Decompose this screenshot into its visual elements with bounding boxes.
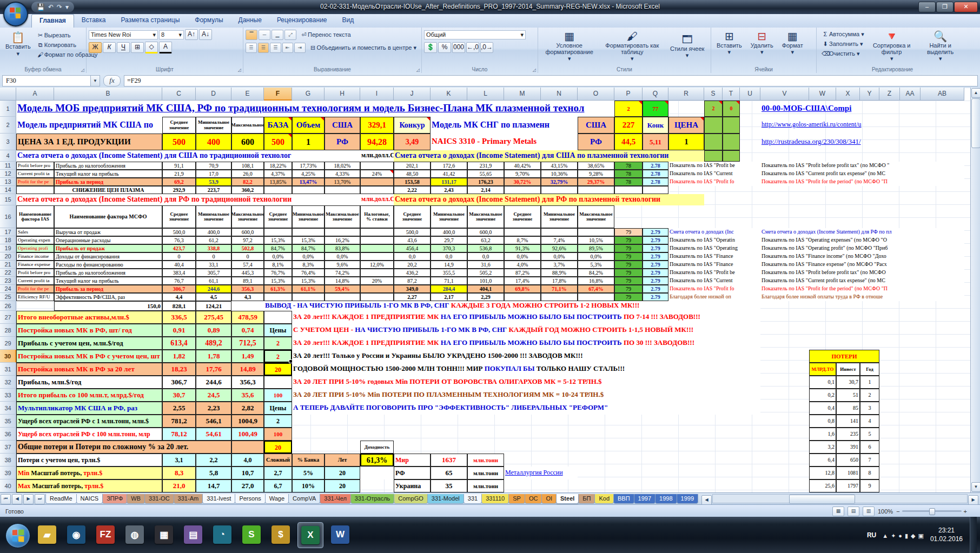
page-layout-view-button[interactable]: ▤ <box>847 507 859 516</box>
cell-F28[interactable]: Цены <box>264 324 292 337</box>
cell-I38[interactable]: 61,3% <box>360 454 394 467</box>
italic-button[interactable]: К <box>103 42 116 53</box>
cell-G16[interactable]: Минимальное значение <box>292 205 325 228</box>
cell-G11[interactable]: 17,73% <box>292 162 325 170</box>
cell-K3[interactable]: NAICS 3310 - Primary Metals <box>431 134 578 150</box>
cell-styles-button[interactable]: 🗔 Стили ячеек▾ <box>666 29 708 63</box>
cell-I16[interactable]: Налоговые, % ставки <box>360 205 394 228</box>
cell-D29[interactable]: 489,2 <box>196 337 231 350</box>
cell-A1[interactable]: Модель МОБ предприятий МК США, РФ по тра… <box>16 101 614 117</box>
cell-J3[interactable]: 3,49 <box>394 134 431 150</box>
cell-C32[interactable]: 306,7 <box>162 376 196 389</box>
align-left-icon[interactable]: ☰ <box>246 43 257 53</box>
cell-B13[interactable]: Прибыль за период <box>54 178 162 186</box>
sheet-tab-ReadMe[interactable]: ReadMe <box>45 494 77 504</box>
cell-Q18[interactable]: 2.79 <box>643 236 668 244</box>
cell-I20[interactable] <box>360 252 394 261</box>
sheet-tab-331[interactable]: 331 <box>463 494 482 504</box>
cell-G12[interactable]: 4,25% <box>292 170 325 178</box>
cell-L40[interactable]: млн.тонн <box>467 479 504 492</box>
cell-A35[interactable]: Ущерб всех отраслей РФ с 1 млн.тонн, млн… <box>16 415 162 428</box>
cell-C31[interactable]: 18,23 <box>162 363 196 376</box>
column-header-L[interactable]: L <box>467 88 504 101</box>
cell-A19[interactable]: Operating profi <box>16 244 54 252</box>
horizontal-scroll-thumb[interactable] <box>789 495 855 504</box>
cell-A21[interactable]: Finance expense <box>16 261 54 269</box>
cell-M20[interactable]: 0,0% <box>504 252 541 261</box>
word-icon[interactable]: W <box>328 522 353 547</box>
cell-G40[interactable]: 10% <box>292 479 325 492</box>
cell-K22[interactable]: 355,5 <box>431 269 467 277</box>
cell-J17[interactable]: 500,0 <box>394 228 431 236</box>
clock[interactable]: 23:21 01.02.2016 <box>930 527 966 543</box>
format-cells-button[interactable]: ▦Формат▾ <box>779 29 806 56</box>
cell-I25[interactable] <box>360 293 394 301</box>
cell-M22[interactable]: 87,2% <box>504 269 541 277</box>
cell-D16[interactable]: Минимальное значение <box>196 205 231 228</box>
delete-cells-button[interactable]: ⊟Удалить▾ <box>747 29 777 56</box>
row-header-34[interactable]: 34 <box>0 402 16 415</box>
row-header-3[interactable]: 3 <box>0 134 16 150</box>
cell-A29[interactable]: Прибыль с учетом цен, млн.$/год <box>16 337 162 350</box>
cell-R22[interactable]: Показатель по IAS "Profit be <box>668 269 760 277</box>
cell-F39[interactable]: 2,7 <box>264 467 292 479</box>
cell-Y32[interactable]: 1 <box>860 376 879 389</box>
cell-V21[interactable]: Показатель по IAS "Finance expense" (по … <box>760 261 964 269</box>
cell-K13[interactable]: 131,17 <box>431 178 467 186</box>
cell-F21[interactable]: 8,1% <box>264 261 292 269</box>
cell-B26[interactable]: 150,0 <box>54 301 162 311</box>
sheet-tab-БП[interactable]: БП <box>578 494 595 504</box>
cell-V23[interactable]: Показатель по IAS "Current profit tax ex… <box>760 277 964 285</box>
sort-filter-button[interactable]: 🔻 Сортировка и фильтр▾ <box>867 29 917 63</box>
column-header-E[interactable]: E <box>231 88 264 101</box>
calculator-icon[interactable]: ▦ <box>151 522 176 547</box>
cell-C29[interactable]: 613,4 <box>162 337 196 350</box>
cell-K17[interactable]: 400,0 <box>431 228 467 236</box>
row-header-33[interactable]: 33 <box>0 389 16 402</box>
cell-J4[interactable]: Смета отчета о доходах (Income Statement… <box>394 150 704 162</box>
fill-button[interactable]: ⬇Заполнить ▾ <box>819 39 867 49</box>
cell-Q17[interactable]: 2.79 <box>643 228 668 236</box>
sheet-tab-1998[interactable]: 1998 <box>655 494 677 504</box>
cell-Q3[interactable]: 5,11 <box>643 134 668 150</box>
cell-F40[interactable]: 6,7 <box>264 479 292 492</box>
scroll-up-icon[interactable]: ▲ <box>971 88 980 98</box>
cell-N14[interactable] <box>541 186 578 194</box>
cell-P17[interactable]: 79 <box>614 228 643 236</box>
cell-N11[interactable]: 43,15% <box>541 162 578 170</box>
row-header-31[interactable]: 31 <box>0 363 16 376</box>
tray-icon-3[interactable]: ▮ <box>905 532 908 539</box>
cell-S4[interactable] <box>704 150 723 162</box>
cell-P18[interactable]: 79 <box>614 236 643 244</box>
horizontal-scrollbar[interactable]: ◀ ▶ <box>701 494 979 503</box>
cell-I13[interactable] <box>360 178 394 186</box>
cell-P25[interactable]: 79 <box>614 293 643 301</box>
cell-A3[interactable]: ЦЕНА ЗА 1 ЕД. ПРОДУКЦИИ <box>16 134 162 150</box>
cell-V12[interactable]: Показатель по IAS "Current profit tax ex… <box>760 170 964 178</box>
cell-V19[interactable]: Показатель по IAS "Operating profit" (по… <box>760 244 964 252</box>
cell-R3[interactable]: 1 <box>668 134 704 150</box>
cell-H38[interactable]: Лет <box>325 454 360 467</box>
cell-B14[interactable]: СНИЖЕНИЕ ЦЕН ПЛАЗМА <box>54 186 162 194</box>
cell-H24[interactable]: 59,4% <box>325 285 360 293</box>
cell-X39[interactable]: 1081 <box>836 467 860 479</box>
dialog-launcher-icon[interactable]: ◿ <box>238 68 241 72</box>
cell-L24[interactable]: 404,1 <box>467 285 504 293</box>
row-header-13[interactable]: 13 <box>0 178 16 186</box>
cell-M13[interactable]: 30,72% <box>504 178 541 186</box>
cell-G32[interactable]: ЗА 20 ЛЕТ ПРИ 5-10% годовых Min ПОТЕРИ О… <box>292 376 760 389</box>
column-header-R[interactable]: R <box>668 88 704 101</box>
cell-A2[interactable]: Модель предприятий МК США по <box>16 117 162 134</box>
cell-V20[interactable]: Показатель по IAS "Finance income" (по М… <box>760 252 964 261</box>
cell-F27[interactable] <box>264 311 292 324</box>
column-header-F[interactable]: F <box>264 88 292 101</box>
cell-B24[interactable]: Прибыль за период <box>54 285 162 293</box>
cell-A27[interactable]: Итого внеоборотные активы,млн.$ <box>16 311 162 324</box>
cell-C24[interactable]: 306,7 <box>162 285 196 293</box>
paste-button[interactable]: 📋 Вставить▾ <box>2 29 34 59</box>
column-header-U[interactable]: U <box>740 88 760 101</box>
cell-O23[interactable]: 16,8% <box>578 277 614 285</box>
minimize-button[interactable]: – <box>918 2 936 12</box>
cell-C35[interactable]: 781,2 <box>162 415 196 428</box>
cell-M39[interactable]: Металлургия России <box>504 467 578 479</box>
